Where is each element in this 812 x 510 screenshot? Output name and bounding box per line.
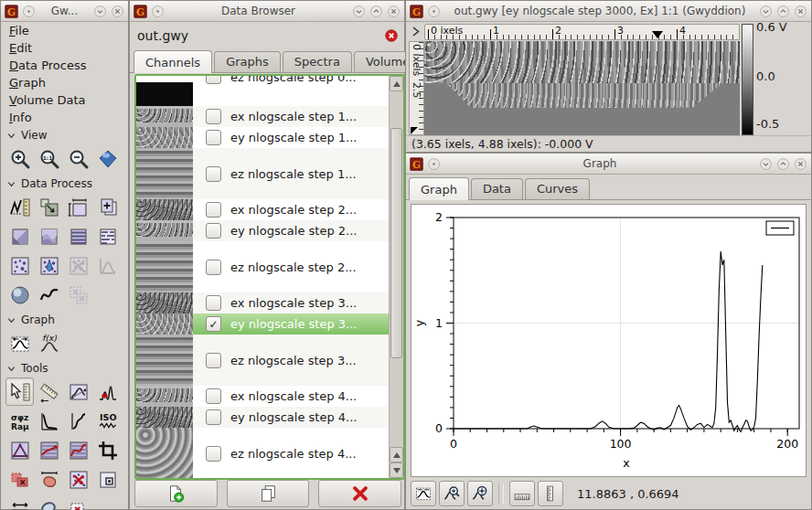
channel-thumbnail[interactable] <box>136 407 193 428</box>
channel-row[interactable]: ez nlogscale step 4... <box>136 428 389 478</box>
calibrate-button[interactable] <box>5 193 34 221</box>
channel-row[interactable]: ex nlogscale step 3... <box>136 292 389 313</box>
maximize-button[interactable] <box>776 5 790 18</box>
tab-channels[interactable]: Channels <box>134 50 212 73</box>
path-level-button[interactable] <box>35 436 63 464</box>
channel-row[interactable]: ez nlogscale step 3... <box>136 335 389 386</box>
channel-thumbnail[interactable] <box>136 82 193 106</box>
channel-row[interactable]: ex nlogscale step 1... <box>136 106 389 127</box>
tab-data[interactable]: Data <box>471 178 523 199</box>
color-range-button[interactable] <box>5 494 34 510</box>
tab-curves[interactable]: Curves <box>525 178 590 199</box>
read-value-button[interactable] <box>5 377 34 406</box>
grain-measure-button[interactable] <box>35 465 63 494</box>
close-button[interactable] <box>794 5 807 18</box>
channel-visibility-checkbox[interactable] <box>206 446 221 462</box>
polynomial-line-level-button[interactable] <box>64 436 92 464</box>
roughness-iso-button[interactable]: ISO <box>93 407 122 435</box>
section-expander-graph[interactable]: Graph <box>1 311 128 328</box>
x-ruler-button[interactable] <box>509 481 535 506</box>
polynomial-level-button[interactable] <box>35 281 63 309</box>
channel-thumbnail[interactable] <box>136 148 193 199</box>
menu-item-graph[interactable]: Graph <box>1 74 128 91</box>
horizontal-ruler[interactable]: 0 ixels 1 2 3 4 <box>424 24 740 40</box>
minimize-button[interactable] <box>93 5 107 18</box>
section-expander-view[interactable]: View <box>1 126 128 143</box>
window-menu-button[interactable] <box>427 5 441 18</box>
window-menu-button[interactable] <box>151 5 165 18</box>
minimize-button[interactable] <box>759 5 773 18</box>
channel-visibility-checkbox[interactable] <box>206 109 221 124</box>
channel-thumbnail[interactable] <box>136 106 193 127</box>
tab-graphs[interactable]: Graphs <box>214 51 281 72</box>
spectro-button[interactable] <box>93 377 122 406</box>
mark-grains-button[interactable] <box>5 251 34 280</box>
channel-row[interactable]: ex nlogscale step 4... <box>136 386 389 407</box>
menu-item-volume-data[interactable]: Volume Data <box>1 91 128 109</box>
data-browser-titlebar[interactable]: G Data Browser <box>130 1 404 22</box>
section-expander-data-process[interactable]: Data Process <box>1 175 128 192</box>
scroll-down-button[interactable] <box>390 462 403 478</box>
channel-visibility-checkbox[interactable] <box>206 260 221 275</box>
channel-row[interactable]: ez nlogscale step 1... <box>136 148 389 199</box>
close-button[interactable] <box>794 157 807 171</box>
align-rows-button[interactable] <box>93 222 122 250</box>
scrollbar-thumb[interactable] <box>390 128 402 358</box>
channel-row[interactable]: ey nlogscale step 1... <box>136 127 389 148</box>
maximize-button[interactable] <box>369 5 383 18</box>
statistics-button[interactable]: σφzRaµ <box>5 407 34 435</box>
channel-thumbnail[interactable] <box>136 386 193 407</box>
grain-remove-button[interactable] <box>64 465 92 494</box>
channel-thumbnail[interactable] <box>136 199 193 220</box>
measure-distance-button[interactable] <box>35 377 63 406</box>
three-point-level-button[interactable] <box>5 436 34 464</box>
resize-button[interactable] <box>64 193 92 221</box>
graph-cut-button[interactable] <box>5 329 34 357</box>
channel-thumbnail[interactable] <box>136 335 193 386</box>
extend-button[interactable] <box>93 193 122 221</box>
channel-thumbnail[interactable] <box>136 241 193 292</box>
close-button[interactable] <box>111 5 124 18</box>
minimize-button[interactable] <box>352 5 366 18</box>
crop-button[interactable] <box>93 436 122 464</box>
scroll-up-button-2[interactable] <box>390 447 403 462</box>
section-expander-tools[interactable]: Tools <box>1 359 128 377</box>
menu-item-data-process[interactable]: Data Process <box>1 57 128 74</box>
channel-thumbnail[interactable] <box>136 127 193 148</box>
view-3d-button[interactable] <box>93 144 122 173</box>
new-data-button[interactable] <box>134 480 218 507</box>
image-window-titlebar[interactable]: G out.gwy [ey nlogscale step 3000, Ex] 1… <box>406 1 811 22</box>
sphere-revolve-button[interactable] <box>5 281 34 309</box>
channel-row[interactable]: ✓ey nlogscale step 3... <box>136 313 389 335</box>
graph-fit-button[interactable]: f(x) <box>35 329 63 357</box>
channel-visibility-checkbox[interactable] <box>206 166 221 182</box>
zoom-in-button[interactable] <box>5 144 34 173</box>
line-correct-button[interactable] <box>64 222 92 250</box>
menu-item-info[interactable]: Info <box>1 109 128 126</box>
channel-thumbnail[interactable] <box>136 313 193 335</box>
spot-remove-button[interactable] <box>93 465 122 494</box>
graph-zoom-fit-button[interactable] <box>467 481 493 506</box>
zoom-out-button[interactable] <box>64 144 92 173</box>
spm-data-image[interactable] <box>424 41 740 135</box>
maximize-button[interactable] <box>776 157 790 171</box>
delete-data-button[interactable] <box>318 480 401 507</box>
facet-level-button[interactable] <box>35 222 63 250</box>
channel-row[interactable]: ex nlogscale step 2... <box>136 199 389 220</box>
rescale-button[interactable] <box>35 193 63 221</box>
channel-visibility-checkbox[interactable] <box>206 353 221 368</box>
mask-editor-button[interactable] <box>5 465 34 494</box>
false-color-bar[interactable] <box>742 24 753 135</box>
tab-graph[interactable]: Graph <box>409 177 469 200</box>
channel-row[interactable]: ey nlogscale step 4... <box>136 407 389 428</box>
zoom-1-1-button[interactable]: 1:1 <box>35 144 63 173</box>
grains-watershed-button[interactable] <box>35 251 63 280</box>
graph-zoom-in-button[interactable] <box>439 481 465 506</box>
scrollbar[interactable] <box>389 76 403 478</box>
window-corner-menu-button[interactable] <box>409 25 422 38</box>
channel-visibility-checkbox[interactable]: ✓ <box>206 316 221 332</box>
window-menu-button[interactable] <box>427 157 441 171</box>
channel-visibility-checkbox[interactable] <box>206 388 221 404</box>
channel-visibility-checkbox[interactable] <box>206 130 221 145</box>
channel-visibility-checkbox[interactable] <box>206 76 221 84</box>
